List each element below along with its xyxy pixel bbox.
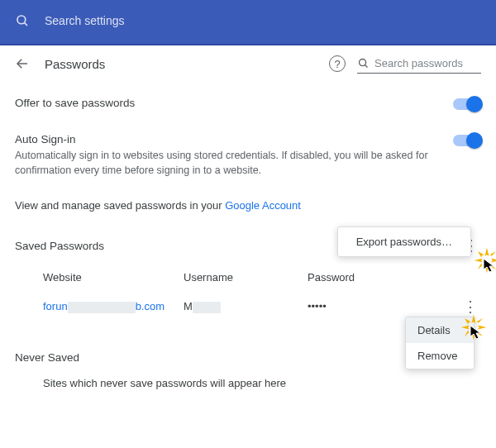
svg-marker-17	[476, 318, 483, 325]
offer-save-toggle[interactable]	[453, 98, 481, 110]
offer-save-label: Offer to save passwords	[15, 97, 436, 109]
row-context-menu: Details Remove	[405, 317, 475, 369]
table-row: forunb.com M ••••• ⋮ Details Remove	[15, 292, 481, 322]
ctx-details[interactable]: Details	[406, 317, 474, 343]
back-arrow-icon[interactable]	[15, 56, 30, 71]
site-link[interactable]: forunb.com	[43, 300, 165, 312]
cursor-icon	[483, 258, 496, 274]
svg-marker-5	[484, 248, 489, 256]
autosign-desc: Automatically sign in to websites using …	[15, 149, 436, 178]
row-more-icon[interactable]: ⋮	[463, 298, 478, 316]
password-masked: •••••	[308, 300, 407, 312]
google-account-link[interactable]: Google Account	[225, 199, 301, 212]
help-icon[interactable]: ?	[329, 55, 346, 72]
never-saved-msg: Sites which never save passwords will ap…	[15, 377, 481, 406]
svg-marker-9	[489, 251, 496, 258]
autosign-toggle[interactable]	[453, 135, 481, 146]
col-username: Username	[184, 271, 308, 284]
saved-passwords-title: Saved Passwords	[15, 240, 104, 252]
search-icon	[357, 57, 370, 69]
page-title: Passwords	[45, 57, 105, 71]
search-icon	[15, 13, 30, 28]
export-passwords-menu-item[interactable]: Export passwords…	[337, 226, 471, 257]
svg-line-1	[25, 23, 27, 26]
username-value: M	[184, 300, 308, 313]
col-website: Website	[43, 271, 184, 284]
ctx-remove[interactable]: Remove	[406, 343, 474, 369]
svg-point-3	[360, 60, 366, 66]
settings-search-input[interactable]	[43, 13, 481, 28]
col-password: Password	[308, 271, 407, 284]
svg-line-4	[365, 65, 368, 68]
manage-link-line: View and manage saved passwords in your …	[15, 189, 481, 231]
autosign-label: Auto Sign-in	[15, 133, 436, 145]
svg-point-0	[17, 16, 26, 24]
password-search-input[interactable]	[370, 54, 481, 73]
cursor-icon	[470, 325, 483, 341]
